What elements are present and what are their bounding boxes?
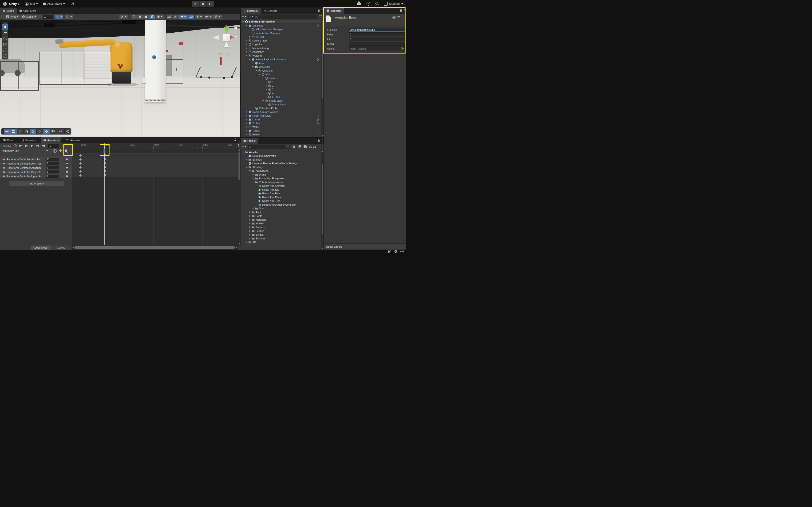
component-menu-icon[interactable] xyxy=(404,16,404,19)
property-value[interactable]: 0 xyxy=(46,170,59,173)
dopesheet-summary-row[interactable] xyxy=(72,153,238,157)
tab-game[interactable]: Game xyxy=(0,137,17,143)
hierarchy-row[interactable]: Exhibit xyxy=(241,133,321,136)
expand-toggle[interactable] xyxy=(245,241,248,244)
magnet-snap-toggle[interactable] xyxy=(65,14,70,19)
visible-count[interactable]: 28 xyxy=(309,145,316,148)
expand-toggle[interactable] xyxy=(245,51,248,53)
project-row[interactable]: Robot Arm Place xyxy=(241,195,321,199)
prefab-open-chevron[interactable] xyxy=(316,111,319,113)
property-value[interactable]: 0 xyxy=(46,162,59,165)
expand-toggle[interactable] xyxy=(258,73,261,76)
hierarchy-row[interactable]: HMI xyxy=(241,72,321,76)
property-toggle[interactable] xyxy=(65,175,68,177)
hierarchy-row[interactable]: Arm xyxy=(241,61,321,65)
hierarchy-row[interactable]: Trolley xyxy=(241,129,321,133)
hierarchy-row[interactable]: Controller xyxy=(241,65,321,69)
hierarchy-row[interactable]: Assembly xyxy=(241,50,321,54)
prefab-open-chevron[interactable] xyxy=(316,66,319,68)
timeline-hscrollbar[interactable] xyxy=(72,245,238,250)
clip-dropdown[interactable]: Robot Arm Idle xyxy=(2,150,48,152)
project-row[interactable]: RobotArmAnimationController xyxy=(241,203,321,207)
scene-viewport[interactable]: XB y x Persp xyxy=(0,20,241,137)
expand-toggle[interactable] xyxy=(245,54,248,57)
camera-view-dropdown[interactable] xyxy=(119,14,128,19)
hierarchy-row[interactable]: XR Rig xyxy=(241,35,321,39)
project-row[interactable]: Robotic Manipulators xyxy=(241,180,321,184)
animation-property-row[interactable]: Robot Arm Controller.Upper A0 xyxy=(0,174,72,178)
shading-wire-button[interactable] xyxy=(131,14,137,19)
property-toggle[interactable] xyxy=(65,171,68,173)
pivot-dropdown[interactable]: Pivot xyxy=(5,14,20,19)
project-row[interactable]: Prefabs xyxy=(241,225,321,229)
object-picker-icon[interactable] xyxy=(401,47,404,50)
expand-toggle[interactable] xyxy=(249,219,251,221)
asset-store-menu[interactable]: Asset Store xyxy=(43,2,65,5)
property-value[interactable]: 90 xyxy=(46,158,59,161)
expand-toggle[interactable] xyxy=(262,100,264,102)
hierarchy-row[interactable]: Welding xyxy=(241,54,321,58)
project-row[interactable]: Scenes xyxy=(241,229,321,233)
expand-toggle[interactable] xyxy=(265,84,268,87)
tab-console[interactable]: Console xyxy=(261,8,280,14)
curves-mode-button[interactable]: Curves xyxy=(51,245,71,250)
hierarchy-row[interactable]: Reflection Probe xyxy=(241,106,321,110)
hierarchy-row[interactable]: Logistics xyxy=(241,43,321,46)
event-marker[interactable] xyxy=(103,149,105,153)
hscroll-thumb[interactable] xyxy=(74,246,235,249)
dopesheet-row[interactable] xyxy=(72,161,238,165)
space-dropdown[interactable]: Global xyxy=(21,14,38,19)
playhead[interactable] xyxy=(104,144,105,245)
scale-tool-button[interactable] xyxy=(2,42,8,47)
expand-toggle[interactable] xyxy=(249,237,251,240)
step-button[interactable] xyxy=(207,1,214,7)
version-control-icon[interactable] xyxy=(71,2,74,6)
add-asset-button[interactable]: + xyxy=(242,146,247,148)
lock-icon[interactable] xyxy=(318,10,320,12)
expand-toggle[interactable] xyxy=(252,181,254,183)
hierarchy-row[interactable]: Locker xyxy=(241,118,321,121)
expand-toggle[interactable] xyxy=(249,170,251,172)
expand-toggle[interactable] xyxy=(252,62,254,64)
hierarchy-row[interactable]: 1 xyxy=(241,80,321,84)
tab-inspector[interactable]: i Inspector xyxy=(324,8,344,14)
ok-status-icon[interactable] xyxy=(400,250,404,253)
string-field[interactable] xyxy=(349,42,405,46)
expand-toggle[interactable] xyxy=(245,43,248,46)
snap-overlay-button[interactable] xyxy=(43,129,50,134)
hierarchy-row[interactable]: E-Stop xyxy=(241,95,321,99)
pause-button[interactable] xyxy=(199,1,207,7)
tab-simulator[interactable]: Simulator xyxy=(19,137,38,143)
project-row[interactable]: Animations xyxy=(241,169,321,173)
project-row[interactable]: Materials xyxy=(241,218,321,222)
project-row[interactable]: Scripts xyxy=(241,233,321,237)
panel-menu-icon[interactable] xyxy=(322,9,322,12)
grid-snap-toggle[interactable] xyxy=(55,14,60,19)
hierarchy-row[interactable]: Trolley xyxy=(241,121,321,125)
expand-toggle[interactable] xyxy=(245,122,248,125)
panel-menu-icon[interactable] xyxy=(404,9,405,12)
overlay-handle[interactable] xyxy=(1,130,4,133)
dopesheet-row[interactable] xyxy=(72,173,238,177)
tab-project[interactable]: Project xyxy=(241,138,258,144)
hierarchy-row[interactable]: 2 xyxy=(241,84,321,88)
expand-toggle[interactable] xyxy=(245,166,248,169)
add-keyframe-button[interactable]: + xyxy=(59,150,63,153)
dopesheet-mode-button[interactable]: Dopesheet xyxy=(31,245,51,250)
expand-toggle[interactable] xyxy=(252,173,254,176)
frame-field[interactable] xyxy=(48,144,59,148)
last-key-button[interactable] xyxy=(41,144,46,148)
visibility-toggle[interactable] xyxy=(188,14,194,19)
compass-overlay-button[interactable] xyxy=(65,129,71,134)
hierarchy-search[interactable] xyxy=(248,14,317,19)
timeline-menu-icon[interactable] xyxy=(238,144,239,147)
add-event-button[interactable]: + xyxy=(65,149,68,153)
toggle-2d-button[interactable]: 2D xyxy=(166,14,172,19)
axis-down-cone[interactable] xyxy=(224,41,229,47)
expand-toggle[interactable] xyxy=(245,115,248,117)
hierarchy-row[interactable]: Manufacturing xyxy=(241,46,321,50)
layers-dropdown[interactable] xyxy=(195,14,203,19)
hierarchy-row[interactable]: Input Action Manager xyxy=(241,31,321,35)
expand-toggle[interactable] xyxy=(245,158,248,161)
project-row[interactable]: Robot Arm Turn xyxy=(241,199,321,203)
